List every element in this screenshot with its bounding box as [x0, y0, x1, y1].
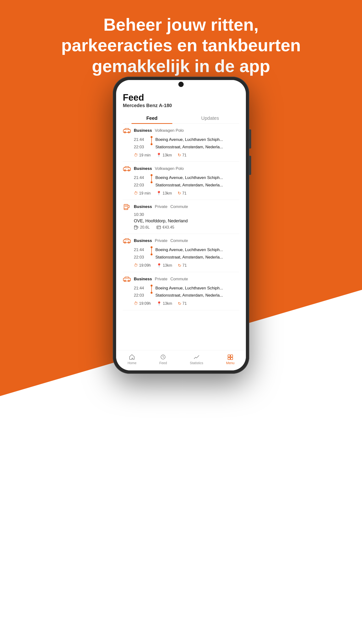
- duration-4: 19:09h: [139, 263, 151, 268]
- duration-2: 19 min: [139, 191, 151, 196]
- tab-updates[interactable]: Updates: [181, 112, 239, 124]
- car-icon-4: [123, 238, 131, 244]
- nav-statistics-label: Statistics: [190, 361, 203, 365]
- svg-rect-24: [231, 358, 233, 360]
- clock-icon-1: ⏱: [134, 153, 138, 158]
- route-line-4: [151, 248, 152, 254]
- car-icon-1: [123, 128, 131, 134]
- tag-vehicle-1: Volkwagen Polo: [155, 128, 184, 133]
- address-from-4: Boeing Avenue, Luchthaven Schiph...: [155, 246, 239, 254]
- route-line-1: [151, 138, 152, 143]
- header-line2: parkeeracties en tankbeurten: [19, 35, 343, 56]
- tag-business-5: Business: [134, 277, 152, 282]
- header-text: Beheer jouw ritten, parkeeracties en tan…: [0, 14, 362, 76]
- location-icon-4: 📍: [157, 263, 162, 268]
- nav-statistics[interactable]: Statistics: [190, 354, 203, 365]
- address-from-1: Boeing Avenue, Luchthaven Schiph...: [155, 136, 239, 144]
- time-end-2: 22:03: [134, 182, 148, 189]
- tag-vehicle-2: Volkwagen Polo: [155, 166, 184, 171]
- score-icon-2: ↻: [178, 191, 181, 196]
- distance-2: 13km: [163, 191, 172, 196]
- nav-home-label: Home: [128, 361, 136, 365]
- location-icon-5: 📍: [157, 301, 162, 306]
- time-start-4: 21:44: [134, 246, 148, 254]
- nav-feed[interactable]: Feed: [159, 354, 167, 365]
- tag-private-4: Private: [155, 238, 168, 243]
- duration-5: 19:09h: [139, 302, 151, 306]
- camera-bar: [116, 80, 246, 89]
- route-dot-end-4: [151, 254, 152, 256]
- app-title: Feed: [123, 92, 239, 103]
- score-icon-1: ↻: [178, 152, 181, 158]
- fuel-liters-3: 20.6L: [140, 225, 150, 230]
- address-to-5: Stationsstraat, Amsterdam, Nederla...: [155, 292, 239, 299]
- feed-item-4[interactable]: Business Private Commute 21:44 22:03: [123, 234, 239, 272]
- route-dot-start-5: [151, 284, 152, 286]
- camera-dot: [178, 82, 184, 87]
- car-icon-2: [123, 166, 131, 172]
- feed-item-2[interactable]: Business Volkwagen Polo 21:44 22:03: [123, 162, 239, 200]
- distance-4: 13km: [163, 263, 172, 268]
- address-to-1: Stationsstraat, Amsterdam, Nederla...: [155, 144, 239, 151]
- feed-item-3[interactable]: Business Private Commute 10:30 OVE, Hoof…: [123, 200, 239, 234]
- clock-icon-5: ⏱: [134, 301, 138, 306]
- score-icon-4: ↻: [178, 263, 181, 268]
- bottom-nav: Home Feed: [116, 350, 246, 370]
- svg-rect-23: [228, 358, 230, 360]
- route-dot-end-5: [151, 292, 152, 294]
- time-start-1: 21:44: [134, 136, 148, 144]
- nav-menu-label: Menu: [226, 361, 234, 365]
- distance-5: 13km: [163, 302, 172, 306]
- location-icon-1: 📍: [156, 152, 161, 158]
- credit-card-icon: [156, 225, 161, 230]
- location-icon-2: 📍: [156, 191, 161, 196]
- route-line-2: [151, 176, 152, 181]
- duration-1: 19 min: [139, 153, 151, 158]
- svg-rect-21: [228, 355, 230, 357]
- address-to-4: Stationsstraat, Amsterdam, Nederla...: [155, 254, 239, 261]
- time-start-5: 21:44: [134, 284, 148, 292]
- score-icon-5: ↻: [178, 301, 181, 306]
- clock-icon-2: ⏱: [134, 191, 138, 196]
- home-icon: [129, 354, 135, 360]
- app-content: Feed Mercedes Benz A-180 Feed Updates: [116, 89, 246, 350]
- score-5: 71: [182, 302, 187, 306]
- nav-menu[interactable]: Menu: [226, 354, 234, 365]
- route-dot-start-2: [151, 174, 152, 176]
- fuel-pump-icon: [134, 225, 139, 230]
- svg-rect-22: [231, 355, 233, 357]
- time-end-5: 22:03: [134, 292, 148, 299]
- address-from-5: Boeing Avenue, Luchthaven Schiph...: [155, 284, 239, 292]
- route-dot-start-4: [151, 246, 152, 248]
- nav-feed-label: Feed: [159, 361, 167, 365]
- tag-commute-4: Commute: [170, 238, 188, 243]
- feed-icon: [160, 354, 166, 360]
- route-dot-end-1: [151, 143, 152, 145]
- header-line1: Beheer jouw ritten,: [19, 14, 343, 35]
- clock-icon-4: ⏱: [134, 263, 138, 268]
- feed-item-5[interactable]: Business Private Commute 21:44 22:03: [123, 272, 239, 310]
- fuel-time-3: 10:30: [134, 212, 239, 217]
- score-2: 71: [182, 191, 187, 196]
- time-start-2: 21:44: [134, 174, 148, 182]
- fuel-icon-3: [123, 204, 131, 210]
- tab-feed[interactable]: Feed: [123, 112, 181, 124]
- feed-item-1[interactable]: Business Volkwagen Polo 21:44 22:03: [123, 124, 239, 162]
- svg-rect-11: [157, 226, 161, 229]
- time-end-4: 22:03: [134, 254, 148, 261]
- fuel-location-3: OVE, Hoofddorp, Nederland: [134, 218, 239, 224]
- address-to-2: Stationsstraat, Amsterdam, Nederla...: [155, 182, 239, 189]
- tag-business-4: Business: [134, 238, 152, 243]
- route-line-5: [151, 286, 152, 292]
- distance-1: 13km: [163, 153, 172, 158]
- time-end-1: 22:03: [134, 144, 148, 151]
- tag-business-3: Business: [134, 204, 152, 209]
- nav-home[interactable]: Home: [128, 354, 136, 365]
- svg-rect-10: [135, 226, 136, 227]
- header-line3: gemakkelijk in de app: [19, 56, 343, 76]
- car-icon-5: [123, 276, 131, 282]
- tabs: Feed Updates: [123, 112, 239, 124]
- address-from-2: Boeing Avenue, Luchthaven Schiph...: [155, 174, 239, 182]
- tag-business-1: Business: [134, 128, 152, 133]
- score-1: 71: [182, 153, 187, 158]
